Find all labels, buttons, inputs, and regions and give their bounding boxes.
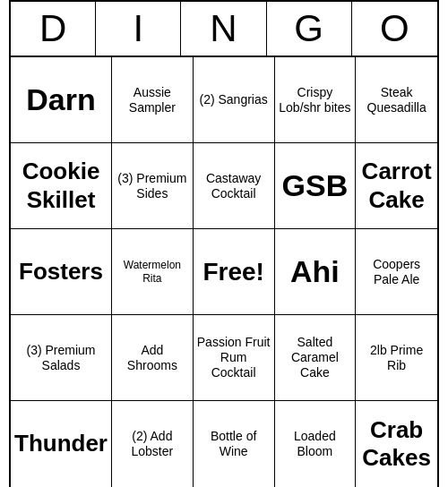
bingo-cell-9[interactable]: Carrot Cake xyxy=(356,143,437,229)
bingo-cell-17[interactable]: Passion Fruit Rum Cocktail xyxy=(194,315,275,401)
bingo-cell-11[interactable]: Watermelon Rita xyxy=(112,229,194,315)
bingo-cell-2[interactable]: (2) Sangrias xyxy=(194,57,275,143)
bingo-cell-21[interactable]: (2) Add Lobster xyxy=(112,401,194,487)
bingo-cell-20[interactable]: Thunder xyxy=(11,401,112,487)
bingo-header: D I N G O xyxy=(11,2,437,57)
bingo-cell-3[interactable]: Crispy Lob/shr bites xyxy=(275,57,357,143)
bingo-cell-19[interactable]: 2lb Prime Rib xyxy=(356,315,437,401)
bingo-cell-10[interactable]: Fosters xyxy=(11,229,112,315)
header-g: G xyxy=(267,2,352,56)
bingo-cell-12[interactable]: Free! xyxy=(194,229,275,315)
bingo-cell-1[interactable]: Aussie Sampler xyxy=(112,57,194,143)
bingo-cell-24[interactable]: Crab Cakes xyxy=(356,401,437,487)
bingo-cell-4[interactable]: Steak Quesadilla xyxy=(356,57,437,143)
bingo-cell-14[interactable]: Coopers Pale Ale xyxy=(356,229,437,315)
bingo-cell-13[interactable]: Ahi xyxy=(275,229,357,315)
bingo-cell-15[interactable]: (3) Premium Salads xyxy=(11,315,112,401)
bingo-cell-23[interactable]: Loaded Bloom xyxy=(275,401,357,487)
header-i: I xyxy=(96,2,181,56)
bingo-cell-18[interactable]: Salted Caramel Cake xyxy=(275,315,357,401)
bingo-cell-8[interactable]: GSB xyxy=(275,143,357,229)
header-n: N xyxy=(181,2,266,56)
header-d: D xyxy=(11,2,96,56)
bingo-cell-5[interactable]: Cookie Skillet xyxy=(11,143,112,229)
header-o: O xyxy=(352,2,437,56)
bingo-cell-7[interactable]: Castaway Cocktail xyxy=(194,143,275,229)
bingo-grid: DarnAussie Sampler(2) SangriasCrispy Lob… xyxy=(11,57,437,487)
bingo-cell-6[interactable]: (3) Premium Sides xyxy=(112,143,194,229)
bingo-cell-0[interactable]: Darn xyxy=(11,57,112,143)
bingo-cell-22[interactable]: Bottle of Wine xyxy=(194,401,275,487)
bingo-cell-16[interactable]: Add Shrooms xyxy=(112,315,194,401)
bingo-card: D I N G O DarnAussie Sampler(2) Sangrias… xyxy=(9,0,439,487)
